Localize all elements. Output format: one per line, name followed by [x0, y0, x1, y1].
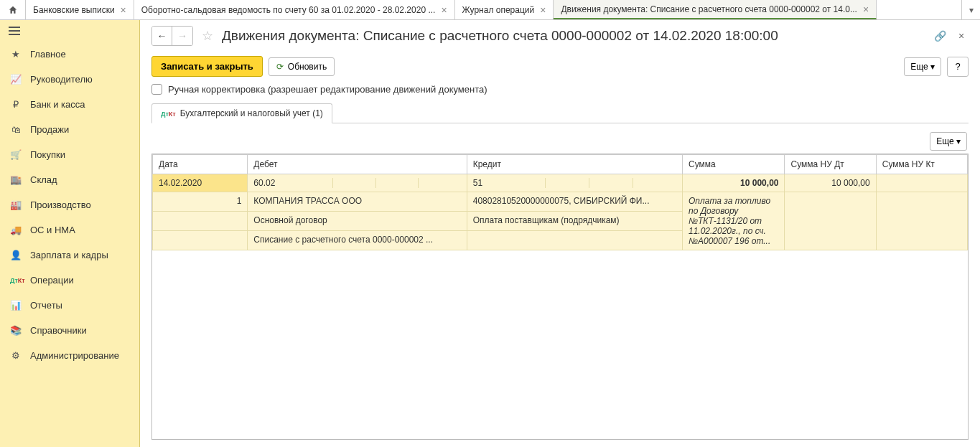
sidebar-item-label: Администрирование [30, 350, 119, 361]
tab-movements[interactable]: Движения документа: Списание с расчетног… [554, 0, 877, 19]
sidebar-item-label: Производство [30, 199, 91, 210]
warehouse-icon: 🏬 [10, 174, 22, 185]
tab-label: Движения документа: Списание с расчетног… [561, 4, 857, 14]
cell-n: 1 [153, 192, 248, 212]
refresh-label: Обновить [288, 62, 327, 72]
tab-journal[interactable]: Журнал операций × [455, 0, 554, 19]
cell-sum-nu-kt [876, 174, 967, 192]
tab-label: Журнал операций [462, 5, 535, 15]
content-area: ← → ☆ Движения документа: Списание с рас… [140, 20, 980, 447]
col-credit[interactable]: Кредит [467, 155, 682, 174]
tab-bank-statements[interactable]: Банковские выписки × [26, 0, 134, 19]
factory-icon: 🏭 [10, 199, 22, 210]
close-icon[interactable]: × [441, 4, 447, 16]
star-icon: ★ [10, 49, 22, 60]
tab-osv[interactable]: Оборотно-сальдовая ведомость по счету 60… [134, 0, 455, 19]
cell-empty [467, 231, 682, 250]
save-and-close-button[interactable]: Записать и закрыть [151, 56, 263, 77]
tabs-bar: Банковские выписки × Оборотно-сальдовая … [0, 0, 980, 20]
close-icon[interactable]: × [121, 4, 126, 16]
book-icon: 📚 [10, 325, 22, 336]
link-icon[interactable]: 🔗 [933, 29, 947, 43]
sidebar-item-warehouse[interactable]: 🏬Склад [0, 167, 139, 192]
manual-edit-label: Ручная корректировка (разрешает редактир… [168, 84, 487, 95]
col-date[interactable]: Дата [153, 155, 248, 174]
sidebar-item-label: Банк и касса [30, 99, 85, 110]
sidebar-item-production[interactable]: 🏭Производство [0, 192, 139, 217]
inner-tab-label: Бухгалтерский и налоговый учет (1) [180, 108, 323, 118]
tabs-dropdown[interactable]: ▾ [961, 0, 980, 19]
tab-label: Оборотно-сальдовая ведомость по счету 60… [141, 5, 436, 15]
truck-icon: 🚚 [10, 225, 22, 235]
col-sum[interactable]: Сумма [682, 155, 785, 174]
close-icon[interactable]: × [540, 4, 546, 16]
table-row[interactable]: 14.02.2020 60.02 51 10 000,00 10 000,00 [153, 174, 968, 192]
cell-credit-acct: 51 [467, 174, 682, 192]
home-tab[interactable] [0, 0, 26, 19]
page-title: Движения документа: Списание с расчетног… [222, 28, 927, 44]
sidebar-item-label: Продажи [30, 124, 69, 135]
sidebar-item-assets[interactable]: 🚚ОС и НМА [0, 217, 139, 243]
sidebar-toggle[interactable] [0, 20, 139, 42]
sidebar-item-label: Главное [30, 49, 66, 60]
cell-empty [153, 231, 248, 250]
person-icon: 👤 [10, 250, 22, 260]
bar-chart-icon: 📊 [10, 300, 22, 311]
sidebar-item-admin[interactable]: ⚙Администрирование [0, 343, 139, 368]
sidebar-item-sales[interactable]: 🛍Продажи [0, 117, 139, 142]
sidebar-item-label: Зарплата и кадры [30, 250, 108, 260]
cart-icon: 🛒 [10, 149, 22, 160]
sidebar-item-label: Покупки [30, 149, 65, 160]
sidebar-item-label: Справочники [30, 325, 87, 336]
table-more-button[interactable]: Еще ▾ [930, 132, 967, 151]
close-page-icon[interactable]: × [954, 29, 969, 43]
cell-date: 14.02.2020 [153, 174, 248, 192]
sidebar-item-label: Руководителю [30, 74, 93, 85]
movements-table: Дата Дебет Кредит Сумма Сумма НУ Дт Сумм… [151, 154, 969, 440]
cell-credit-sub2: Оплата поставщикам (подрядчикам) [467, 212, 682, 231]
col-sum-nu-dt[interactable]: Сумма НУ Дт [785, 155, 876, 174]
cell-desc: Оплата за топливо по Договору №ТКТ-1131/… [682, 192, 785, 250]
sidebar-item-operations[interactable]: ДтКтОперации [0, 268, 139, 293]
manual-edit-checkbox[interactable] [151, 84, 162, 95]
cell-empty [153, 212, 248, 231]
col-debit[interactable]: Дебет [248, 155, 467, 174]
tab-accounting[interactable]: ДтКт Бухгалтерский и налоговый учет (1) [151, 103, 332, 123]
gear-icon: ⚙ [10, 350, 22, 361]
chart-icon: 📈 [10, 74, 22, 85]
menu-icon [9, 27, 20, 35]
ruble-icon: ₽ [10, 99, 22, 110]
sidebar-item-bank[interactable]: ₽Банк и касса [0, 92, 139, 117]
sidebar-item-purchases[interactable]: 🛒Покупки [0, 142, 139, 167]
col-sum-nu-kt[interactable]: Сумма НУ Кт [876, 155, 967, 174]
home-icon [8, 5, 18, 15]
refresh-button[interactable]: ⟳Обновить [269, 57, 335, 76]
sidebar-item-reports[interactable]: 📊Отчеты [0, 293, 139, 318]
nav-forward-button[interactable]: → [172, 27, 192, 45]
dtkt-icon: ДтКт [161, 108, 176, 118]
sidebar-item-label: Отчеты [30, 300, 62, 311]
cell-debit-sub2: Основной договор [248, 212, 467, 231]
close-icon[interactable]: × [863, 4, 869, 15]
cell-empty [785, 192, 876, 250]
table-header-row: Дата Дебет Кредит Сумма Сумма НУ Дт Сумм… [153, 155, 968, 174]
sidebar-item-hr[interactable]: 👤Зарплата и кадры [0, 243, 139, 268]
favorite-button[interactable]: ☆ [199, 27, 216, 44]
more-button[interactable]: Еще ▾ [904, 57, 941, 76]
sidebar-item-label: Склад [30, 174, 57, 185]
cell-sum: 10 000,00 [682, 174, 785, 192]
cell-debit-acct: 60.02 [248, 174, 467, 192]
sidebar-item-manager[interactable]: 📈Руководителю [0, 67, 139, 92]
help-button[interactable]: ? [947, 57, 969, 77]
table-row[interactable]: 1 КОМПАНИЯ ТРАССА ООО 408028105200000000… [153, 192, 968, 212]
cell-debit-sub3: Списание с расчетного счета 0000-000002 … [248, 231, 467, 250]
cell-sum-nu-dt: 10 000,00 [785, 174, 876, 192]
sidebar-item-catalogs[interactable]: 📚Справочники [0, 318, 139, 343]
sidebar-item-main[interactable]: ★Главное [0, 42, 139, 67]
nav-back-button[interactable]: ← [152, 27, 172, 45]
refresh-icon: ⟳ [276, 62, 284, 72]
sidebar-item-label: ОС и НМА [30, 225, 75, 235]
dtkt-icon: ДтКт [10, 277, 22, 284]
sidebar: ★Главное 📈Руководителю ₽Банк и касса 🛍Пр… [0, 20, 140, 447]
cell-empty [876, 192, 967, 250]
